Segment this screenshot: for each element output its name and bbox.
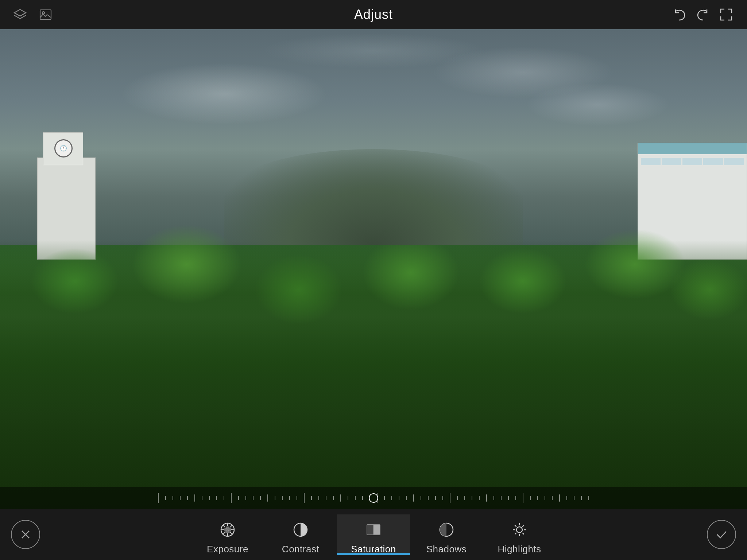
svg-line-7 xyxy=(230,525,232,527)
redo-button[interactable] xyxy=(693,5,713,24)
slider-tick xyxy=(552,496,553,500)
slider-track[interactable] xyxy=(37,493,709,503)
slider-handle[interactable] xyxy=(369,493,378,503)
exposure-icon xyxy=(217,519,239,541)
svg-marker-0 xyxy=(14,9,26,16)
tool-highlights[interactable]: Highlights xyxy=(483,514,556,555)
slider-tick xyxy=(413,494,414,502)
slider-tick xyxy=(523,493,523,503)
svg-line-27 xyxy=(522,525,524,526)
slider-tick xyxy=(209,496,210,500)
slider-tick xyxy=(297,496,297,500)
svg-point-20 xyxy=(516,527,522,533)
slider-tick xyxy=(311,496,312,500)
slider-tick xyxy=(238,496,239,500)
shadows-icon xyxy=(436,519,457,541)
slider-tick xyxy=(508,496,509,500)
slider-area[interactable] xyxy=(0,487,747,509)
slider-tick xyxy=(442,496,443,500)
slider-tick xyxy=(435,496,436,500)
svg-line-13 xyxy=(223,525,225,527)
contrast-label: Contrast xyxy=(282,544,319,555)
slider-tick xyxy=(545,496,545,500)
slider-tick xyxy=(158,493,159,503)
slider-tick xyxy=(384,496,385,500)
slider-tick xyxy=(333,496,334,500)
slider-tick xyxy=(574,496,574,500)
slider-tick xyxy=(479,496,480,500)
trees-overlay xyxy=(0,240,747,509)
page-title: Adjust xyxy=(354,7,393,22)
svg-line-26 xyxy=(522,533,524,534)
slider-tick xyxy=(260,496,261,500)
svg-rect-1 xyxy=(40,10,51,19)
contrast-icon xyxy=(290,519,311,541)
slider-tick xyxy=(391,496,392,500)
slider-tick xyxy=(165,496,166,500)
slider-tick xyxy=(202,496,202,500)
slider-tick xyxy=(304,493,305,503)
slider-tick xyxy=(340,494,341,502)
slider-tick xyxy=(216,496,217,500)
tool-saturation[interactable]: Saturation xyxy=(337,514,410,555)
photo-area: 🕐 xyxy=(0,29,747,509)
tool-shadows[interactable]: Shadows xyxy=(410,514,483,555)
slider-tick xyxy=(588,496,589,500)
bottom-toolbar: Exposure Contrast xyxy=(0,509,747,560)
top-bar: Adjust xyxy=(0,0,747,29)
photo-canvas: 🕐 xyxy=(0,29,747,509)
slider-tick xyxy=(472,496,472,500)
slider-tick xyxy=(581,496,582,500)
fullscreen-button[interactable] xyxy=(716,5,736,24)
slider-tick xyxy=(501,496,502,500)
layers-icon[interactable] xyxy=(11,5,29,24)
slider-tick xyxy=(180,496,181,500)
photo-icon[interactable] xyxy=(36,5,55,24)
slider-tick xyxy=(348,496,348,500)
slider-tick xyxy=(194,494,195,502)
building-right xyxy=(638,143,747,260)
svg-line-11 xyxy=(223,532,225,534)
undo-button[interactable] xyxy=(670,5,689,24)
exposure-label: Exposure xyxy=(207,544,248,555)
svg-point-2 xyxy=(42,12,44,14)
tools-row: Exposure Contrast xyxy=(40,514,707,555)
slider-tick xyxy=(464,496,465,500)
svg-rect-16 xyxy=(374,525,380,535)
confirm-button[interactable] xyxy=(707,520,736,549)
slider-tick xyxy=(428,496,429,500)
slider-tick xyxy=(515,496,516,500)
highlights-icon xyxy=(508,519,530,541)
slider-tick xyxy=(566,496,567,500)
slider-tick xyxy=(450,493,450,503)
slider-tick xyxy=(537,496,538,500)
slider-tick xyxy=(282,496,283,500)
slider-tick xyxy=(318,496,319,500)
tool-exposure[interactable]: Exposure xyxy=(191,514,264,555)
slider-tick xyxy=(494,496,494,500)
slider-tick xyxy=(245,496,246,500)
slider-tick xyxy=(406,496,407,500)
slider-tick xyxy=(530,496,531,500)
top-bar-right xyxy=(670,5,736,24)
saturation-icon xyxy=(363,519,384,541)
slider-tick xyxy=(326,496,326,500)
tool-contrast[interactable]: Contrast xyxy=(264,514,337,555)
slider-tick xyxy=(457,496,458,500)
slider-tick xyxy=(421,496,421,500)
slider-tick xyxy=(224,496,224,500)
slider-tick xyxy=(253,496,253,500)
top-bar-left xyxy=(11,5,55,24)
cancel-button[interactable] xyxy=(11,520,40,549)
foliage-layer xyxy=(0,197,747,365)
svg-line-9 xyxy=(230,532,232,534)
slider-tick xyxy=(267,494,268,502)
slider-tick xyxy=(355,496,356,500)
slider-tick xyxy=(173,496,173,500)
svg-line-25 xyxy=(515,525,516,526)
building-left: 🕐 xyxy=(37,158,96,260)
slider-tick xyxy=(275,496,275,500)
slider-tick xyxy=(559,494,560,502)
slider-tick xyxy=(486,494,487,502)
slider-tick xyxy=(187,496,188,500)
